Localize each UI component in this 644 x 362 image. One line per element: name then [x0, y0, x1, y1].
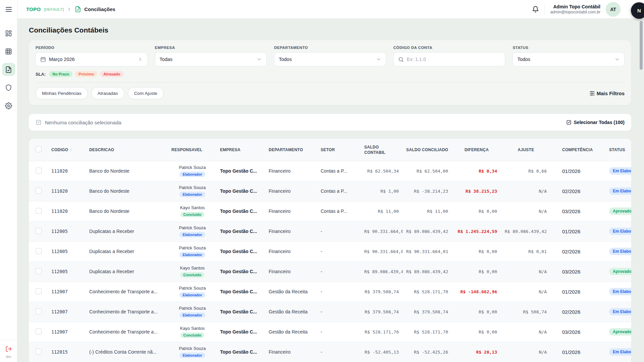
cell-departamento: Financeiro	[265, 181, 317, 201]
sla-badge[interactable]: Próximo	[75, 71, 97, 77]
table-row[interactable]: 112015 (-) Créditos Conta Corrente nã...…	[29, 342, 631, 362]
row-checkbox[interactable]	[36, 188, 42, 194]
cell-departamento: Gestão da Receita	[265, 322, 317, 342]
cell-competencia: 02/2026	[551, 241, 606, 261]
menu-toggle-button[interactable]	[5, 5, 13, 13]
status-select[interactable]: Todos	[513, 52, 625, 66]
table-row[interactable]: 111020 Banco do Nordeste Kayo Santos Con…	[29, 201, 631, 221]
table-row[interactable]: 112005 Duplicatas a Receber Patrick Souz…	[29, 221, 631, 241]
filters-divider	[36, 82, 625, 82]
responsavel-name: Patrick Souza	[171, 185, 213, 190]
topbar: TOPO [DEFAULT] Conciliações Admin Topo C…	[17, 0, 644, 19]
cell-descricao: Duplicatas a Receber	[86, 241, 168, 261]
cell-codigo: 111020	[47, 201, 86, 221]
periodo-chevron-icon	[138, 57, 143, 62]
cell-descricao: Conhecimento de Transporte a...	[86, 322, 168, 342]
sidebar-item-security[interactable]	[2, 81, 15, 94]
more-filters-button[interactable]: Mais Filtros	[589, 90, 625, 96]
sidebar-item-conciliacoes[interactable]	[2, 63, 15, 76]
sidebar-item-dashboard[interactable]	[2, 27, 15, 40]
cell-saldo-conciliado: R$ 62.504,00	[403, 161, 452, 181]
column-label: CODIGO	[51, 147, 68, 152]
notifications-button[interactable]	[532, 6, 539, 13]
cell-codigo: 111020	[47, 161, 86, 181]
column-header-codigo[interactable]: CODIGO	[47, 139, 86, 161]
row-checkbox[interactable]	[36, 328, 42, 335]
cell-diferenca: R$ 0,00	[452, 261, 501, 282]
status-badge: Em Elaboração	[609, 187, 631, 195]
cell-saldo-contabil: R$ 90.331.664,01	[361, 241, 403, 261]
quick-filter-chip[interactable]: Minhas Pendências	[36, 87, 88, 99]
select-all-button[interactable]: Selecionar Todas (100)	[566, 120, 625, 125]
table-row[interactable]: 112007 Conhecimento de Transporte a... K…	[29, 322, 631, 342]
cell-saldo-contabil: R$ 90.331.664,01	[361, 221, 403, 241]
row-checkbox[interactable]	[36, 228, 42, 234]
cell-departamento: Financeiro	[265, 221, 317, 241]
table-row[interactable]: 112007 Conhecimento de Transporte a... P…	[29, 302, 631, 322]
row-checkbox[interactable]	[36, 168, 42, 174]
cell-codigo: 112005	[47, 241, 86, 261]
chevron-down-icon	[376, 57, 381, 62]
table-row[interactable]: 112005 Duplicatas a Receber Patrick Souz…	[29, 241, 631, 261]
cell-diferenca: R$ -148.662,96	[452, 282, 501, 302]
hamburger-icon	[5, 5, 13, 13]
avatar[interactable]: AT	[606, 2, 621, 17]
row-checkbox[interactable]	[36, 248, 42, 254]
topbar-right: Admin Topo Contábil admin@topocontabil.c…	[532, 2, 621, 17]
responsavel-badge: Elaborador	[179, 252, 205, 257]
cell-empresa: Topo Gestão C...	[217, 181, 265, 201]
row-checkbox[interactable]	[36, 308, 42, 314]
scrollbar-thumb[interactable]	[640, 21, 643, 70]
column-header-descricao: DESCRICAO	[86, 139, 168, 161]
sla-badge[interactable]: No Prazo	[49, 71, 72, 77]
row-checkbox[interactable]	[36, 288, 42, 294]
table-row[interactable]: 112007 Conhecimento de Transporte a... P…	[29, 282, 631, 302]
sort-icon	[69, 148, 73, 152]
sla-badge[interactable]: Atrasado	[100, 71, 123, 77]
breadcrumb-chevron-icon	[67, 7, 72, 12]
column-header-setor: SETOR	[317, 139, 361, 161]
sliders-icon	[589, 90, 595, 96]
cell-saldo-conciliado: R$ 89.086.439,42	[403, 261, 452, 282]
cell-descricao: Conhecimento de Transporte a...	[86, 282, 168, 302]
status-badge: Aprovado	[609, 268, 631, 275]
codigo-conta-input[interactable]	[407, 57, 501, 62]
quick-filter-chip[interactable]: Atrasadas	[91, 87, 124, 99]
cell-saldo-contabil: R$ 62.504,34	[361, 161, 403, 181]
select-all-checkbox[interactable]	[36, 146, 42, 152]
periodo-field[interactable]: Março 2026	[36, 52, 148, 66]
cell-empresa: Topo Gestão C...	[217, 282, 265, 302]
cell-ajuste: N/A	[501, 261, 551, 282]
departamento-select[interactable]: Todos	[274, 52, 386, 66]
responsavel-name: Kayo Santos	[171, 265, 213, 271]
responsavel-name: Patrick Souza	[171, 286, 213, 291]
logout-button[interactable]	[5, 346, 12, 352]
table-row[interactable]: 112005 Duplicatas a Receber Kayo Santos …	[29, 261, 631, 282]
cell-codigo: 112007	[47, 302, 86, 322]
cell-departamento: Financeiro	[265, 241, 317, 261]
table-row[interactable]: 111020 Banco do Nordeste Patrick Souza E…	[29, 181, 631, 201]
cell-setor: -	[317, 282, 361, 302]
cell-saldo-contabil: R$ 528.171,70	[361, 322, 403, 342]
cell-empresa: Topo Gestão C...	[217, 322, 265, 342]
responsavel-badge: Elaborador	[179, 192, 205, 197]
row-checkbox[interactable]	[36, 268, 42, 274]
cell-empresa: Topo Gestão C...	[217, 201, 265, 221]
row-checkbox[interactable]	[36, 349, 42, 355]
empresa-select[interactable]: Todas	[155, 52, 267, 66]
responsavel-name: Patrick Souza	[171, 346, 213, 351]
cell-codigo: 111020	[47, 181, 86, 201]
sidebar-item-settings[interactable]	[2, 99, 15, 112]
quick-filter-chip[interactable]: Com Ajuste	[128, 87, 164, 99]
brand-logo[interactable]: TOPO	[26, 6, 41, 12]
column-header-status: STATUS	[606, 139, 631, 161]
chevron-down-icon	[257, 57, 262, 62]
status-badge: Em Elaboração	[609, 167, 631, 175]
check-square-icon	[36, 119, 42, 125]
row-checkbox[interactable]	[36, 208, 42, 214]
page-scrollbar[interactable]	[640, 19, 643, 362]
cell-diferenca: R$ 0,34	[452, 161, 501, 181]
sidebar-item-grid[interactable]	[2, 45, 15, 58]
check-square-icon	[566, 120, 572, 125]
table-row[interactable]: 111020 Banco do Nordeste Patrick Souza E…	[29, 161, 631, 181]
